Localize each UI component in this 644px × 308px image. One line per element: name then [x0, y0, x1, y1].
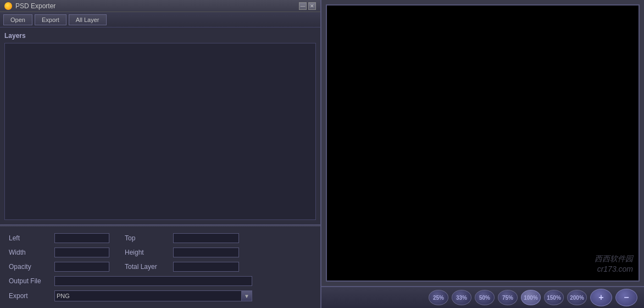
zoom-in-button[interactable]: +	[590, 289, 612, 306]
zoom-100-button[interactable]: 100%	[521, 290, 541, 305]
layers-section: Layers	[0, 28, 320, 224]
output-file-input[interactable]	[54, 276, 252, 286]
top-input[interactable]	[173, 233, 239, 243]
title-bar: PSD Exporter — ✕	[0, 0, 320, 12]
export-select-wrapper: PNG JPG BMP TGA ▼	[54, 290, 252, 301]
opacity-label: Opacity	[9, 263, 50, 271]
export-format-label: Export	[9, 292, 50, 300]
left-label: Left	[9, 234, 50, 242]
zoom-50-button[interactable]: 50%	[475, 290, 495, 305]
zoom-150-button[interactable]: 150%	[544, 290, 564, 305]
opacity-totallayer-row: Opacity Total Layer	[9, 262, 312, 272]
layers-list[interactable]	[4, 43, 316, 220]
export-format-row: Export PNG JPG BMP TGA ▼	[9, 290, 312, 301]
height-label: Height	[125, 249, 169, 256]
export-button[interactable]: Export	[35, 14, 66, 25]
right-panel: 西西软件园 cr173.com 25% 33% 50% 75% 100%	[321, 0, 644, 308]
total-layer-input[interactable]	[173, 262, 239, 272]
app-icon	[4, 2, 12, 10]
watermark: 西西软件园 cr173.com	[595, 254, 633, 275]
width-input[interactable]	[54, 248, 109, 257]
output-file-row: Output File	[9, 276, 312, 286]
left-top-row: Left Top	[9, 233, 312, 243]
top-label: Top	[125, 234, 169, 242]
width-height-row: Width Height	[9, 248, 312, 257]
close-button[interactable]: ✕	[308, 2, 316, 10]
height-input[interactable]	[173, 248, 239, 257]
zoom-75-button[interactable]: 75%	[498, 290, 518, 305]
main-container: PSD Exporter — ✕ Open Export All Layer L…	[0, 0, 644, 308]
watermark-line2: cr173.com	[595, 264, 633, 275]
open-button[interactable]: Open	[3, 14, 32, 25]
zoom-200-button[interactable]: 200%	[567, 290, 587, 305]
layers-label: Layers	[4, 32, 316, 40]
properties-section: Left Top Width Height Opacity Total Laye…	[0, 227, 320, 308]
total-layer-label: Total Layer	[125, 263, 169, 271]
zoom-bar: 25% 33% 50% 75% 100% 150% 200% +	[321, 286, 644, 308]
export-format-select[interactable]: PNG JPG BMP TGA	[54, 290, 252, 301]
watermark-line1: 西西软件园	[595, 254, 633, 265]
all-layer-button[interactable]: All Layer	[69, 14, 107, 25]
preview-area: 西西软件园 cr173.com	[321, 0, 644, 286]
left-panel: PSD Exporter — ✕ Open Export All Layer L…	[0, 0, 321, 308]
opacity-input[interactable]	[54, 262, 109, 272]
left-input[interactable]	[54, 233, 109, 243]
app-title: PSD Exporter	[15, 2, 299, 10]
toolbar: Open Export All Layer	[0, 12, 320, 28]
output-file-label: Output File	[9, 277, 50, 285]
zoom-33-button[interactable]: 33%	[452, 290, 471, 305]
preview-canvas: 西西软件园 cr173.com	[326, 4, 640, 282]
minimize-button[interactable]: —	[299, 2, 307, 10]
zoom-25-button[interactable]: 25%	[429, 290, 448, 305]
window-controls: — ✕	[299, 2, 316, 10]
zoom-out-button[interactable]: −	[615, 289, 637, 306]
width-label: Width	[9, 249, 50, 256]
